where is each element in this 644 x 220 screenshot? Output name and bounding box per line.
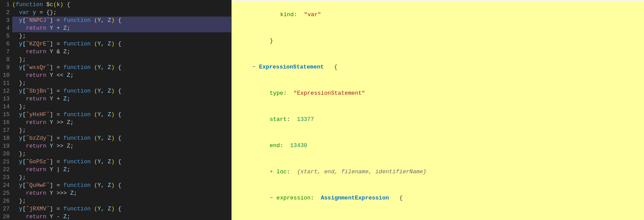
code-line: return Y >>> Z; — [12, 189, 231, 197]
code-line: return Y | Z; — [12, 166, 231, 174]
ast-row-type: type: AssignmentExpression — [232, 211, 644, 220]
ast-row-expression[interactable]: − expression: AssignmentExpression { — [232, 185, 644, 211]
code-line: }; — [12, 197, 231, 205]
code-line: }; — [12, 79, 231, 87]
code-line: y[˜jRXMV˜] = function (Y, Z) { — [12, 205, 231, 213]
code-line: }; — [12, 103, 231, 111]
line-numbers: 12345 678910 1112131415 1617181920 21222… — [0, 0, 12, 220]
code-line: y[˜NNPCJ˜] = function (Y, Z) { — [12, 17, 231, 24]
code-line: y[˜SbjBn˜] = function (Y, Z) { — [12, 87, 231, 95]
code-line: }; — [12, 32, 231, 40]
ast-row-expression-statement[interactable]: − ExpressionStatement { — [232, 54, 644, 80]
ast-row: } — [232, 28, 644, 54]
code-content: (function $c(k) { var y = {}; y[˜NNPCJ˜]… — [12, 0, 231, 220]
code-line: }; — [12, 174, 231, 182]
code-editor: 12345 678910 1112131415 1617181920 21222… — [0, 0, 232, 220]
ast-row: end: 13430 — [232, 133, 644, 159]
code-line: }; — [12, 127, 231, 134]
code-line: return Y >> Z; — [12, 119, 231, 127]
code-line: }; — [12, 56, 231, 64]
collapse-icon[interactable]: − — [270, 195, 277, 201]
code-line: y[˜yHxHF˜] = function (Y, Z) { — [12, 111, 231, 119]
code-line: return Y >> Z; — [12, 142, 231, 150]
expand-icon[interactable]: + — [270, 168, 277, 175]
ast-row: kind: "var" — [232, 2, 644, 28]
code-line: return Y + Z; — [12, 95, 231, 103]
code-line: y[˜GoPSz˜] = function (Y, Z) { — [12, 158, 231, 166]
ast-panel: kind: "var" } − ExpressionStatement { ty… — [232, 0, 644, 220]
code-line: return Y & Z; — [12, 48, 231, 56]
ast-row-loc[interactable]: + loc: {start, end, filename, identifier… — [232, 159, 644, 185]
code-line: }; — [12, 150, 231, 158]
ast-row: start: 13377 — [232, 107, 644, 133]
code-line: return Y - Z; — [12, 213, 231, 220]
code-line: return Y + Z; — [12, 24, 231, 32]
ast-row: type: "ExpressionStatement" — [232, 80, 644, 107]
code-line: var y = {}; — [12, 9, 231, 17]
code-line: y[˜QuHwF˜] = function (Y, Z) { — [12, 182, 231, 189]
collapse-icon[interactable]: − — [252, 64, 259, 70]
ast-node-type: ExpressionStatement — [259, 64, 324, 70]
code-line: y[˜bzZdy˜] = function (Y, Z) { — [12, 134, 231, 142]
code-line: y[˜KZQrE˜] = function (Y, Z) { — [12, 40, 231, 48]
code-line: return Y << Z; — [12, 72, 231, 79]
code-line: (function $c(k) { — [12, 1, 231, 9]
ast-key: kind — [280, 11, 294, 18]
code-line: y[˜wxsQr˜] = function (Y, Z) { — [12, 64, 231, 72]
